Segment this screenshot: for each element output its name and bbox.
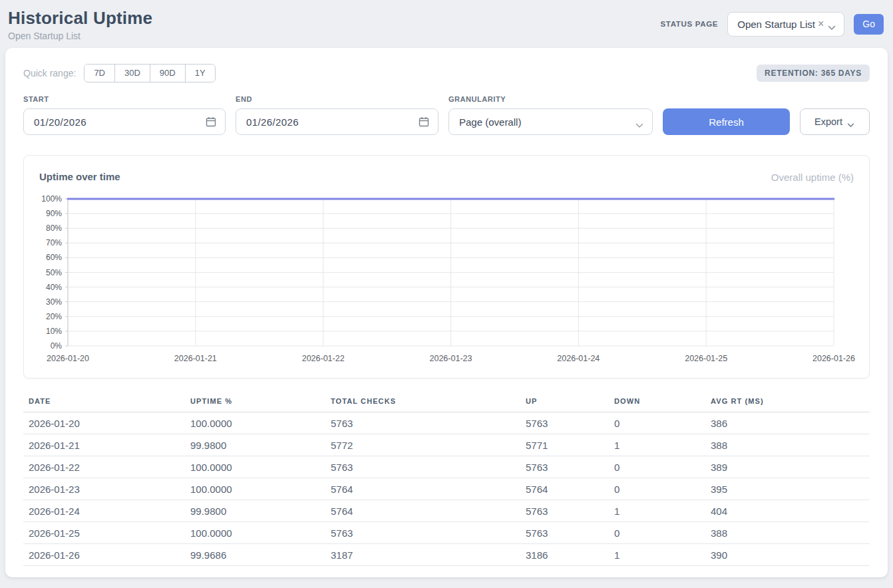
table-cell: 5764 [520, 478, 609, 500]
retention-badge: RETENTION: 365 DAYS [757, 65, 870, 82]
table-cell: 3186 [520, 544, 609, 566]
svg-text:20%: 20% [46, 312, 62, 321]
column-header: TOTAL CHECKS [325, 393, 520, 412]
chart-legend: Overall uptime (%) [771, 172, 854, 183]
svg-text:2026-01-23: 2026-01-23 [430, 354, 472, 363]
svg-text:50%: 50% [46, 268, 62, 277]
page-title: Historical Uptime [8, 8, 152, 29]
svg-text:30%: 30% [46, 297, 62, 307]
table-cell: 99.9800 [185, 434, 325, 456]
table-cell: 0 [609, 522, 705, 544]
clear-selection-icon[interactable]: × [818, 19, 824, 29]
table-cell: 0 [609, 412, 705, 434]
svg-text:2026-01-21: 2026-01-21 [174, 354, 217, 363]
table-cell: 388 [705, 522, 870, 544]
refresh-button[interactable]: Refresh [663, 108, 790, 135]
table-cell: 0 [609, 456, 705, 478]
svg-text:2026-01-26: 2026-01-26 [812, 354, 855, 363]
end-date-value: 01/26/2026 [246, 116, 299, 128]
end-date-input[interactable]: 01/26/2026 [236, 108, 439, 135]
table-cell: 5772 [325, 434, 520, 456]
uptime-table-header: DATEUPTIME %TOTAL CHECKSUPDOWNAVG RT (MS… [23, 393, 870, 412]
table-cell: 2026-01-25 [23, 522, 185, 544]
calendar-icon[interactable] [419, 116, 429, 127]
quick-range-90d-button[interactable]: 90D [150, 65, 185, 82]
table-cell: 1 [609, 500, 705, 522]
start-date-label: START [23, 95, 226, 103]
table-cell: 1 [609, 544, 705, 566]
uptime-table: DATEUPTIME %TOTAL CHECKSUPDOWNAVG RT (MS… [23, 393, 870, 566]
export-button-label: Export [814, 116, 842, 127]
top-header: Historical Uptime Open Startup List STAT… [0, 0, 893, 48]
table-cell: 100.0000 [185, 456, 325, 478]
table-row: 2026-01-2199.9800577257711388 [23, 434, 870, 456]
svg-text:60%: 60% [46, 253, 62, 262]
table-cell: 395 [705, 478, 870, 500]
status-page-label: STATUS PAGE [660, 20, 718, 28]
granularity-selected-value: Page (overall) [459, 116, 521, 128]
table-cell: 2026-01-20 [23, 412, 185, 434]
table-cell: 3187 [325, 544, 520, 566]
granularity-select[interactable]: Page (overall) [448, 108, 653, 135]
quick-range-30d-button[interactable]: 30D [114, 65, 150, 82]
table-cell: 388 [705, 434, 870, 456]
svg-text:100%: 100% [41, 194, 62, 204]
table-row: 2026-01-23100.0000576457640395 [23, 478, 870, 500]
start-date-value: 01/20/2026 [34, 116, 87, 128]
table-cell: 390 [705, 544, 870, 566]
table-cell: 99.9686 [185, 544, 325, 566]
quick-range-1y-button[interactable]: 1Y [185, 65, 215, 82]
svg-text:10%: 10% [46, 327, 62, 336]
quick-range-row: Quick range: 7D 30D 90D 1Y RETENTION: 36… [23, 65, 870, 82]
page-subtitle: Open Startup List [8, 31, 152, 41]
svg-text:40%: 40% [46, 283, 62, 292]
chevron-down-icon [847, 119, 855, 124]
table-cell: 404 [705, 500, 870, 522]
quick-range-7d-button[interactable]: 7D [85, 65, 114, 82]
status-page-select[interactable]: Open Startup List × [727, 12, 844, 37]
column-header: DATE [23, 393, 185, 412]
table-cell: 5763 [520, 500, 609, 522]
svg-text:2026-01-25: 2026-01-25 [685, 354, 727, 363]
svg-text:0%: 0% [51, 341, 63, 351]
table-cell: 386 [705, 412, 870, 434]
svg-text:2026-01-24: 2026-01-24 [557, 354, 600, 363]
table-cell: 100.0000 [185, 478, 325, 500]
table-cell: 5763 [325, 412, 520, 434]
quick-range-group: 7D 30D 90D 1Y [84, 64, 215, 82]
table-cell: 100.0000 [185, 522, 325, 544]
end-date-label: END [236, 95, 439, 103]
column-header: UPTIME % [185, 393, 325, 412]
status-page-selected-value: Open Startup List [737, 19, 815, 30]
go-button[interactable]: Go [854, 14, 884, 35]
table-cell: 2026-01-24 [23, 500, 185, 522]
uptime-table-body: 2026-01-20100.00005763576303862026-01-21… [23, 412, 870, 566]
table-row: 2026-01-22100.0000576357630389 [23, 456, 870, 478]
table-cell: 1 [609, 434, 705, 456]
table-row: 2026-01-2699.9686318731861390 [23, 544, 870, 566]
table-row: 2026-01-25100.0000576357630388 [23, 522, 870, 544]
table-cell: 2026-01-22 [23, 456, 185, 478]
export-button[interactable]: Export [800, 108, 870, 135]
end-date-field: END 01/26/2026 [236, 95, 439, 135]
column-header: UP [520, 393, 609, 412]
uptime-line-chart: 0%10%20%30%40%50%60%70%80%90%100%2026-01… [24, 193, 870, 367]
svg-text:80%: 80% [46, 223, 62, 233]
start-date-input[interactable]: 01/20/2026 [23, 108, 226, 135]
table-cell: 5763 [520, 412, 609, 434]
main-card: Quick range: 7D 30D 90D 1Y RETENTION: 36… [5, 48, 888, 577]
table-cell: 5763 [520, 456, 609, 478]
calendar-icon[interactable] [206, 116, 216, 127]
granularity-field: GRANULARITY Page (overall) [448, 95, 653, 135]
svg-text:70%: 70% [46, 238, 62, 247]
table-cell: 0 [609, 478, 705, 500]
table-row: 2026-01-20100.0000576357630386 [23, 412, 870, 434]
chart-title: Uptime over time [24, 170, 869, 184]
table-row: 2026-01-2499.9800576457631404 [23, 500, 870, 522]
table-cell: 2026-01-21 [23, 434, 185, 456]
table-cell: 5763 [325, 456, 520, 478]
table-cell: 5763 [325, 522, 520, 544]
chevron-down-icon [635, 119, 643, 124]
table-cell: 5771 [520, 434, 609, 456]
header-right: STATUS PAGE Open Startup List × Go [660, 12, 884, 37]
